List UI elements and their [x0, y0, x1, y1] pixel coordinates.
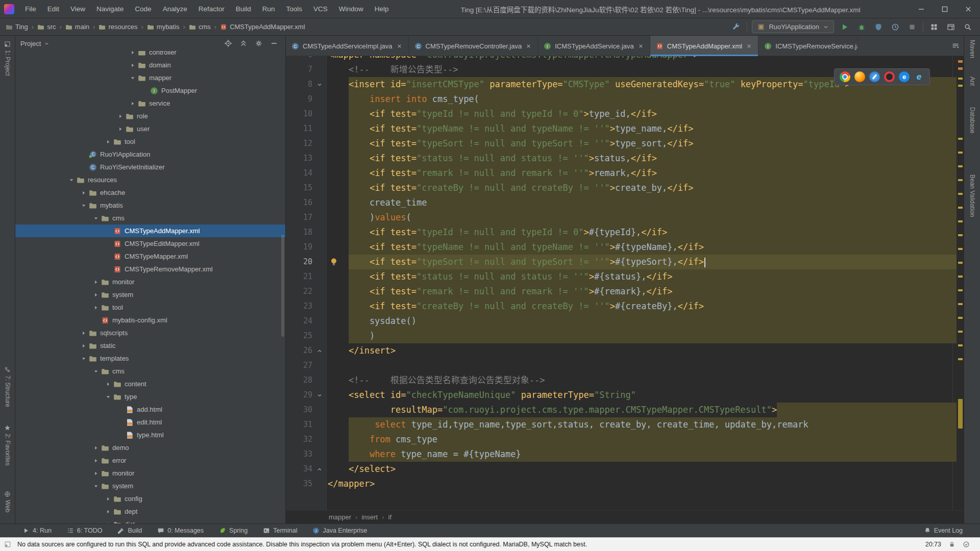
tree-item-type[interactable]: type — [15, 390, 285, 403]
tree-expanded-arrow-icon[interactable] — [92, 367, 100, 375]
tree-collapsed-arrow-icon[interactable] — [80, 189, 87, 196]
collapse-all-button[interactable] — [237, 37, 250, 49]
tool-window-button-build[interactable]: Build — [117, 527, 142, 534]
tree-item-type-html[interactable]: type.html — [15, 429, 285, 441]
tree-item-mapper[interactable]: mapper — [15, 71, 285, 84]
tree-item-ruoyiservletinitializer[interactable]: CRuoYiServletInitializer — [15, 161, 285, 173]
debug-button[interactable] — [855, 21, 868, 33]
breadcrumb-item-src[interactable]: src — [36, 22, 57, 32]
inspection-mark[interactable] — [958, 138, 963, 140]
tool-button-1-project[interactable]: 1: Project — [0, 41, 15, 76]
tab-icmstyperemoveservice-java[interactable]: IICMSTypeRemoveService.java — [758, 36, 858, 56]
tree-collapsed-arrow-icon[interactable] — [92, 444, 100, 452]
inspection-mark[interactable] — [958, 193, 963, 195]
tree-item-service[interactable]: service — [15, 97, 285, 110]
tool-button-database[interactable]: Database — [964, 107, 980, 133]
tree-item-domain[interactable]: domain — [15, 59, 285, 71]
tree-expanded-arrow-icon[interactable] — [129, 74, 136, 82]
fold-expanded-icon[interactable] — [315, 388, 324, 403]
editor-breadcrumb-insert[interactable]: insert — [359, 513, 380, 521]
tree-item-role[interactable]: role — [15, 110, 285, 122]
tree-item-static[interactable]: static — [15, 339, 285, 352]
inspection-mark[interactable] — [958, 179, 963, 181]
tree-item-resources[interactable]: resources — [15, 173, 285, 186]
browser-ie-icon[interactable]: e — [914, 71, 924, 82]
browser-opera-icon[interactable] — [884, 71, 895, 82]
tree-scrollbar[interactable] — [281, 235, 284, 337]
tree-item-mybatis-config-xml[interactable]: mybatis-config.xml — [15, 314, 285, 327]
tree-item-cmstypemapper-xml[interactable]: CMSTypeMapper.xml — [15, 250, 285, 263]
search-everywhere-button[interactable] — [962, 21, 974, 33]
tool-button-7-structure[interactable]: 7: Structure — [0, 366, 15, 407]
browser-firefox-icon[interactable] — [854, 71, 865, 82]
tree-item-demo[interactable]: demo — [15, 441, 285, 454]
tree-item-edit-html[interactable]: edit.html — [15, 416, 285, 429]
tree-collapsed-arrow-icon[interactable] — [80, 329, 87, 337]
inspection-mark[interactable] — [958, 207, 963, 209]
intention-bulb-icon[interactable] — [329, 257, 338, 266]
tree-item-cmstypeaddmapper-xml[interactable]: CMSTypeAddMapper.xml — [15, 224, 285, 237]
maximize-window-button[interactable] — [933, 0, 957, 18]
tab-close-icon[interactable] — [638, 43, 644, 49]
inspection-mark[interactable] — [958, 234, 963, 236]
tree-collapsed-arrow-icon[interactable] — [104, 138, 112, 145]
layout-button[interactable] — [945, 21, 957, 33]
tree-expanded-arrow-icon[interactable] — [67, 176, 75, 184]
stop-button[interactable] — [906, 21, 918, 33]
run-button[interactable] — [839, 21, 851, 33]
tree-collapsed-arrow-icon[interactable] — [92, 291, 100, 298]
tree-item-cms[interactable]: cms — [15, 212, 285, 224]
tool-window-button-spring[interactable]: Spring — [219, 527, 248, 534]
locate-file-button[interactable] — [222, 37, 234, 49]
inspections-hector-icon[interactable] — [963, 541, 970, 548]
menu-view[interactable]: View — [65, 0, 91, 18]
tool-window-button-0-messages[interactable]: 0: Messages — [157, 527, 204, 534]
inspection-mark[interactable] — [958, 331, 963, 333]
fold-expanded-icon[interactable] — [315, 77, 324, 92]
tree-item-ehcache[interactable]: ehcache — [15, 186, 285, 199]
inspection-mark[interactable] — [958, 358, 963, 360]
tree-expanded-arrow-icon[interactable] — [80, 202, 87, 209]
menu-build[interactable]: Build — [230, 0, 257, 18]
tree-item-system[interactable]: system — [15, 288, 285, 301]
tool-button-web[interactable]: Web — [0, 491, 15, 512]
hide-panel-button[interactable] — [268, 37, 280, 49]
tree-collapsed-arrow-icon[interactable] — [92, 469, 100, 477]
tree-collapsed-arrow-icon[interactable] — [92, 457, 100, 464]
tree-item-cms[interactable]: cms — [15, 365, 285, 378]
tree-collapsed-arrow-icon[interactable] — [92, 304, 100, 311]
code-editor[interactable]: 6<mapper namespace="com.ruoyi.project.cm… — [286, 56, 964, 510]
tree-item-sqlscripts[interactable]: sqlscripts — [15, 327, 285, 339]
caret-position[interactable]: 20:73 — [925, 541, 941, 548]
menu-code[interactable]: Code — [129, 0, 157, 18]
coverage-button[interactable] — [872, 21, 885, 33]
tabs-list-button[interactable] — [951, 42, 960, 50]
tab-icmstypeaddservice-java[interactable]: IICMSTypeAddService.java — [538, 36, 650, 56]
tree-expanded-arrow-icon[interactable] — [92, 214, 100, 222]
tree-collapsed-arrow-icon[interactable] — [129, 61, 136, 69]
tree-item-templates[interactable]: templates — [15, 352, 285, 365]
menu-edit[interactable]: Edit — [42, 0, 65, 18]
inspection-mark[interactable] — [958, 60, 963, 63]
tree-item-controller[interactable]: controller — [15, 51, 285, 59]
tree-item-ruoyiapplication[interactable]: CRuoYiApplication — [15, 148, 285, 161]
tree-collapsed-arrow-icon[interactable] — [104, 495, 112, 503]
inspection-mark[interactable] — [958, 399, 963, 429]
inspection-mark[interactable] — [958, 262, 963, 264]
project-panel-title[interactable]: Project — [20, 40, 41, 47]
tree-item-dict[interactable]: dict — [15, 518, 285, 523]
breadcrumb-item-cmstypeaddmapper-xml[interactable]: CMSTypeAddMapper.xml — [218, 22, 306, 32]
menu-navigate[interactable]: Navigate — [91, 0, 129, 18]
inspection-mark[interactable] — [958, 344, 963, 346]
tree-item-user[interactable]: user — [15, 122, 285, 135]
tree-item-content[interactable]: content — [15, 378, 285, 390]
close-window-button[interactable] — [957, 0, 980, 18]
inspection-mark[interactable] — [958, 289, 963, 291]
menu-analyze[interactable]: Analyze — [157, 0, 193, 18]
tree-item-config[interactable]: config — [15, 492, 285, 505]
editor-breadcrumb-mapper[interactable]: mapper — [327, 513, 353, 521]
profiler-button[interactable] — [889, 21, 901, 33]
tree-item-cmstyperemovemapper-xml[interactable]: CMSTypeRemoveMapper.xml — [15, 263, 285, 276]
build-wrench-icon[interactable] — [730, 21, 742, 33]
tree-collapsed-arrow-icon[interactable] — [129, 51, 136, 56]
